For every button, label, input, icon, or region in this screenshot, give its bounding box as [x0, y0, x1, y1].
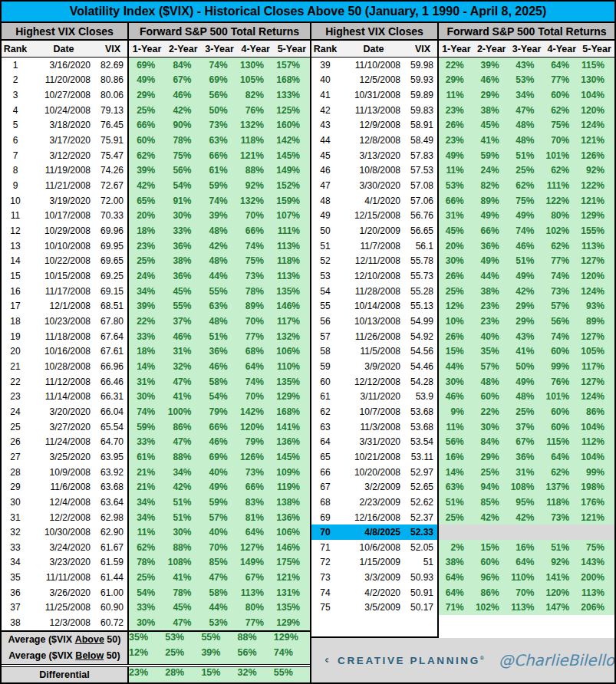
date-cell: 10/29/2008 [29, 223, 98, 238]
table-row: 4312/9/200858.9126%45%48%75%124% [311, 118, 614, 133]
rank-cell: 33 [2, 540, 29, 555]
table-row: 2110/28/200866.9614%32%46%64%110% [2, 359, 310, 374]
return-cell: 102% [474, 600, 509, 616]
return-cell: 46% [165, 87, 201, 103]
return-cell: 75% [579, 540, 614, 555]
return-cell: 54% [129, 585, 165, 600]
return-cell: 84% [165, 58, 201, 73]
return-cell: 63% [439, 479, 474, 495]
vix-cell: 67.80 [98, 314, 129, 329]
return-cell: 62% [509, 178, 545, 193]
return-cell: 71% [439, 600, 474, 616]
date-cell: 3/26/2020 [29, 585, 98, 600]
return-cell: 64% [544, 58, 579, 73]
return-cell: 159% [274, 193, 310, 209]
return-cell: 113% [238, 585, 274, 600]
summary-value-cell: 55% [274, 667, 310, 682]
rank-cell: 34 [2, 555, 29, 571]
table-row: 613/11/202053.946%60%48%101%124% [311, 389, 614, 404]
return-cell: 120% [544, 585, 579, 600]
table-right-half: Highest VIX Closes Forward S&P 500 Total… [311, 23, 614, 682]
return-cell: 198% [579, 479, 614, 495]
rank-cell: 66 [311, 465, 339, 480]
return-cell: 176% [579, 495, 614, 510]
vix-cell: 72.67 [98, 178, 129, 193]
return-cell: 64% [509, 555, 545, 571]
return-cell: 34% [129, 510, 165, 525]
date-cell: 12/11/2008 [339, 254, 408, 269]
date-cell: 3/17/2020 [29, 133, 98, 148]
table-row: 2611/24/200864.7033%47%46%79%136% [2, 434, 310, 449]
table-row: 484/1/202057.0666%89%75%122%121% [311, 193, 614, 209]
summary-value-cell: 12% [129, 647, 165, 664]
return-cell: 44% [439, 359, 474, 374]
return-cell: 109% [274, 465, 310, 480]
return-cell: 48% [509, 389, 545, 404]
rank-cell: 31 [2, 510, 29, 525]
vix-cell: 63.64 [98, 495, 129, 510]
return-cell: 58% [201, 585, 237, 600]
vix-cell: 75.91 [98, 133, 129, 148]
table-row: 6210/7/200853.689%22%25%60%86% [311, 404, 614, 419]
return-cell: 11% [129, 525, 165, 540]
return-cell: 73% [201, 118, 237, 133]
return-cell: 32% [165, 359, 201, 374]
return-cell: 66% [129, 118, 165, 133]
return-cell: 152% [274, 178, 310, 193]
return-cell: 118% [238, 133, 274, 148]
return-cell: 127% [238, 540, 274, 555]
return-cell: 47% [165, 615, 201, 630]
return-cell: 42% [165, 103, 201, 118]
date-cell: 10/6/2008 [339, 540, 408, 555]
summary-label-below-word: Below [75, 650, 104, 661]
return-cell: 48% [201, 223, 237, 238]
return-cell: 73% [544, 510, 579, 525]
return-cell: 75% [238, 254, 274, 269]
return-cell: 125% [274, 103, 310, 118]
table-row: 6012/12/200854.2830%48%49%76%127% [311, 374, 614, 390]
return-cell: 37% [509, 419, 545, 435]
data-rows-left: 13/16/202082.6969%84%74%130%157%211/20/2… [2, 58, 310, 630]
return-cell: 117% [579, 359, 614, 374]
table-row: 310/27/200880.0629%46%56%82%133% [2, 87, 310, 103]
return-cell: 56% [439, 434, 474, 449]
date-cell: 10/9/2008 [29, 465, 98, 480]
return-cell: 62% [544, 103, 579, 118]
return-cell: 50% [509, 359, 545, 374]
return-cell: 25% [439, 284, 474, 299]
summary-value-cell: 25% [165, 647, 201, 664]
return-cell: 30% [439, 374, 474, 390]
date-cell: 12/9/2008 [339, 118, 408, 133]
column-header-vix: VIX [408, 41, 439, 57]
date-cell: 12/3/2008 [29, 615, 98, 630]
return-cell: 105% [238, 73, 274, 88]
summary-label-below: Average ($VIX Below 50) [2, 647, 129, 664]
return-cell: 66% [474, 223, 509, 238]
return-cell: 113% [579, 585, 614, 600]
return-cell: 51% [509, 254, 545, 269]
rank-cell: 43 [311, 118, 339, 133]
return-cell: 62% [544, 238, 579, 254]
table-row: 73/12/202075.4762%75%66%121%145% [2, 148, 310, 163]
column-header-1-year: 1-Year [129, 41, 165, 57]
rank-cell: 50 [311, 223, 339, 238]
date-cell: 3/18/2020 [29, 118, 98, 133]
return-cell: 40% [201, 465, 237, 480]
return-cell: 42% [201, 238, 237, 254]
date-cell: 12/1/2008 [29, 299, 98, 314]
return-cell: 30% [129, 615, 165, 630]
return-cell: 57% [474, 359, 509, 374]
return-cell: 127% [579, 374, 614, 390]
vix-cell: 65.54 [98, 419, 129, 435]
table-row: 4412/8/200858.4923%41%48%70%121% [311, 133, 614, 148]
rank-cell: 24 [2, 404, 29, 419]
rank-cell: 19 [2, 329, 29, 344]
vix-cell: 70.33 [98, 209, 129, 224]
return-cell: 62% [129, 540, 165, 555]
return-cell: 42% [474, 510, 509, 525]
summary-label-above-word: Above [75, 634, 104, 645]
date-cell: 11/11/2008 [29, 570, 98, 585]
return-cell: 22% [439, 58, 474, 73]
return-cell: 66% [439, 193, 474, 209]
table-row: 6610/20/200852.9714%25%31%62%99% [311, 465, 614, 480]
